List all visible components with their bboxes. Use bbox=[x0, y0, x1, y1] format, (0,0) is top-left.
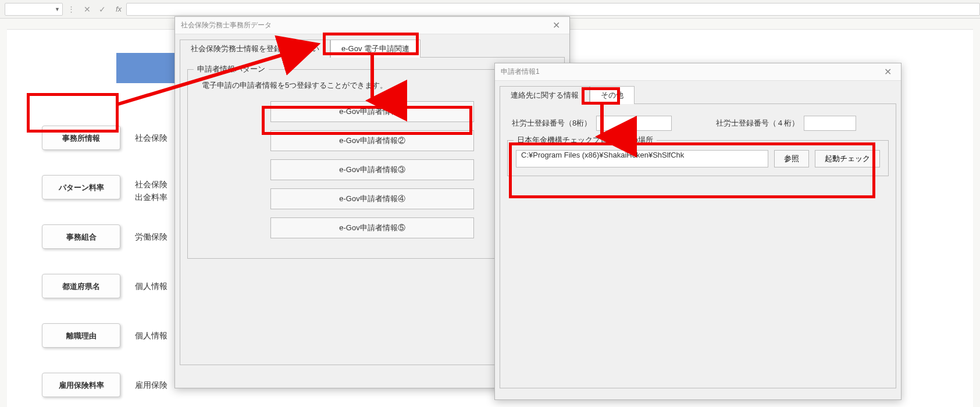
close-icon[interactable]: ✕ bbox=[549, 20, 564, 31]
browse-button[interactable]: 参照 bbox=[774, 150, 809, 167]
sidebar-desc: 労働保険 bbox=[135, 232, 168, 242]
program-path-input[interactable]: C:¥Program Files (x86)¥ShakaiHoken¥ShSlf… bbox=[516, 150, 768, 167]
reg8-label: 社労士登録番号（8桁） bbox=[512, 118, 591, 128]
sidebar-item-prefecture[interactable]: 都道府県名 bbox=[42, 274, 120, 298]
tab-other[interactable]: その他 bbox=[590, 86, 635, 104]
applicant-info-3-button[interactable]: e-Gov申請者情報③ bbox=[270, 159, 474, 180]
fx-icon[interactable]: fx bbox=[116, 5, 122, 13]
applicant-info-dialog: 申請者情報1 ✕ 連絡先に関する情報 その他 社労士登録番号（8桁） 社労士登録… bbox=[494, 63, 901, 400]
reg4-label: 社労士登録番号（４桁） bbox=[716, 118, 799, 128]
sidebar-desc: 社会保険 出金料率 bbox=[135, 178, 168, 204]
sidebar-desc: 雇用保険 bbox=[135, 380, 168, 391]
tab-sr-info[interactable]: 社会保険労務士情報を登録して下さい bbox=[180, 40, 330, 58]
close-icon[interactable]: ✕ bbox=[881, 66, 895, 77]
sidebar: 事務所情報 社会保険 パターン料率 社会保険 出金料率 事務組合 労働保険 都道… bbox=[42, 126, 120, 407]
sidebar-item-employment-rate[interactable]: 雇用保険料率 bbox=[42, 373, 120, 397]
separator-icon: ⋮ bbox=[67, 5, 76, 13]
group-legend: 日本年金機構チェックプログラムの場所 bbox=[514, 135, 657, 145]
reg-number-row: 社労士登録番号（8桁） 社労士登録番号（４桁） bbox=[512, 116, 889, 131]
launch-check-button[interactable]: 起動チェック bbox=[815, 150, 880, 167]
applicant-info-2-button[interactable]: e-Gov申請者情報② bbox=[270, 130, 474, 151]
sidebar-item-pattern[interactable]: パターン料率 bbox=[42, 175, 120, 199]
reg8-input[interactable] bbox=[596, 116, 672, 131]
applicant-info-4-button[interactable]: e-Gov申請者情報④ bbox=[270, 188, 474, 209]
sidebar-item-separation[interactable]: 離職理由 bbox=[42, 323, 120, 348]
dialog-titlebar: 申請者情報1 ✕ bbox=[495, 63, 901, 81]
dialog1-tabs: 社会保険労務士情報を登録して下さい e-Gov 電子申請関連 bbox=[175, 34, 569, 57]
name-box[interactable]: ▼ bbox=[5, 3, 63, 16]
reg4-input[interactable] bbox=[804, 116, 856, 131]
tab-contact[interactable]: 連絡先に関する情報 bbox=[500, 86, 590, 104]
sidebar-desc: 個人情報 bbox=[135, 331, 168, 341]
cancel-icon[interactable]: ✕ bbox=[81, 3, 94, 16]
applicant-info-1-button[interactable]: e-Gov申請者情報① bbox=[270, 101, 474, 122]
sidebar-item-union[interactable]: 事務組合 bbox=[42, 224, 120, 249]
check-icon[interactable]: ✓ bbox=[96, 3, 109, 16]
formula-input[interactable] bbox=[126, 3, 980, 16]
dialog-title: 申請者情報1 bbox=[501, 67, 540, 77]
group-legend: 申請者情報パターン bbox=[194, 64, 269, 74]
sidebar-item-office[interactable]: 事務所情報 bbox=[42, 126, 120, 150]
sidebar-desc: 社会保険 bbox=[135, 133, 168, 144]
caret-down-icon: ▼ bbox=[55, 6, 60, 12]
dialog-titlebar: 社会保険労務士事務所データ ✕ bbox=[175, 17, 569, 34]
dialog2-body: 社労士登録番号（8桁） 社労士登録番号（４桁） 日本年金機構チェックプログラムの… bbox=[500, 103, 896, 388]
check-program-group: 日本年金機構チェックプログラムの場所 C:¥Program Files (x86… bbox=[507, 140, 889, 176]
sidebar-desc: 個人情報 bbox=[135, 281, 168, 292]
dialog-title: 社会保険労務士事務所データ bbox=[181, 20, 272, 30]
dialog2-tabs: 連絡先に関する情報 その他 bbox=[495, 81, 901, 103]
applicant-info-5-button[interactable]: e-Gov申請者情報⑤ bbox=[270, 217, 474, 238]
tab-egov[interactable]: e-Gov 電子申請関連 bbox=[330, 40, 420, 58]
